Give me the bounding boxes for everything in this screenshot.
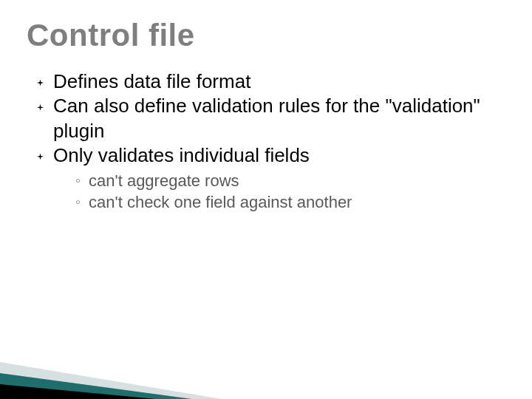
list-item-text: Defines data file format	[53, 70, 250, 92]
bullet-list: Defines data file format Can also define…	[27, 69, 505, 213]
list-item: Defines data file format	[37, 69, 505, 94]
list-item: Only validates individual fields can't a…	[37, 143, 505, 213]
slide-title: Control file	[27, 18, 505, 53]
svg-marker-0	[0, 362, 222, 399]
slide: Control file Defines data file format Ca…	[0, 0, 532, 399]
corner-decoration	[0, 310, 266, 399]
svg-marker-1	[0, 373, 192, 399]
sub-bullet-list: can't aggregate rows can't check one fie…	[53, 168, 505, 213]
sub-list-item-text: can't check one field against another	[89, 193, 352, 211]
sub-list-item: can't aggregate rows	[75, 171, 505, 192]
sub-list-item: can't check one field against another	[75, 192, 505, 214]
list-item-text: Only validates individual fields	[53, 144, 310, 166]
list-item: Can also define validation rules for the…	[37, 94, 505, 143]
svg-marker-2	[0, 384, 155, 399]
sub-list-item-text: can't aggregate rows	[89, 171, 239, 190]
list-item-text: Can also define validation rules for the…	[53, 95, 480, 141]
